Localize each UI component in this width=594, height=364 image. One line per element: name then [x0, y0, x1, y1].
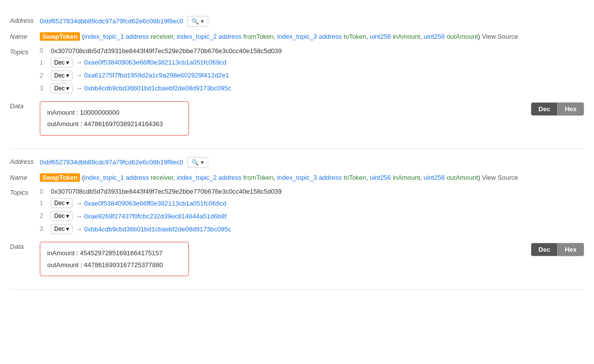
out-amount-line: outAmount : 447861699316772537​7880	[47, 259, 181, 271]
topic-2-dec-select[interactable]: Dec▾	[51, 211, 73, 221]
topics-label: Topics	[10, 188, 40, 196]
view-source-link[interactable]: View Source	[482, 33, 518, 40]
in-amount-label: inAmount :	[47, 249, 80, 257]
log-entry: Address0xbf6527834dbb89cdc97a79fcd62e6c0…	[10, 8, 584, 149]
search-icon: 🔍	[191, 18, 199, 25]
dec-label: Dec	[54, 225, 65, 232]
topic-3-row: 3Dec▾→ 0xbb4cdb9cbd36b01bd1cbaebf2de08d9…	[40, 224, 584, 234]
view-source-link[interactable]: View Source	[482, 174, 518, 181]
chevron-down-icon: ▾	[66, 200, 69, 207]
dec-hex-toggle: DecHex	[531, 243, 584, 256]
data-values-wrap: inAmount : 45452972851691664175157outAmo…	[40, 242, 523, 276]
name-row: NameSwapToken (index_topic_1 address rec…	[10, 32, 584, 42]
address-link[interactable]: 0xbf6527834dbb89cdc97a79fcd62e6c08b19f8e…	[40, 17, 183, 25]
topic-0-row: 00x3070708cdb5d7d3931be8443f49f7ec529e2b…	[40, 47, 584, 55]
topics-row: Topics00x3070708cdb5d7d3931be8443f49f7ec…	[10, 188, 584, 237]
dec-button[interactable]: Dec	[531, 102, 558, 116]
topic-0-index: 0	[40, 188, 51, 195]
topic-1-index: 1	[40, 59, 51, 66]
topic-1-dec-select[interactable]: Dec▾	[51, 58, 73, 68]
topic-1-row: 1Dec▾→ 0xae0f538409063e66ff0e382113cb1a0…	[40, 198, 584, 208]
dec-label: Dec	[54, 72, 65, 79]
function-params: (index_topic_1 address receiver, index_t…	[80, 33, 482, 40]
out-amount-label: outAmount :	[47, 120, 84, 128]
topic-3-value[interactable]: 0xbb4cdb9cbd36b01bd1cbaebf2de08d9173bc09…	[84, 84, 231, 92]
topics-content: 00x3070708cdb5d7d3931be8443f49f7ec529e2b…	[40, 47, 584, 96]
name-label: Name	[10, 32, 40, 40]
in-amount-line: inAmount : 10000000000	[47, 107, 181, 118]
out-amount-value: 447861697038921416​4363	[84, 120, 163, 128]
dec-label: Dec	[54, 213, 65, 219]
in-amount-value: 45452972851691664175157	[80, 249, 163, 257]
dec-button[interactable]: Dec	[531, 243, 558, 256]
topic-2-value[interactable]: 0xa61275f7fbd1959d2a1c9a298e602929f412d2…	[84, 72, 229, 79]
chevron-down-icon: ▾	[66, 213, 69, 219]
arrow-icon: →	[76, 72, 82, 79]
address-content: 0xbf6527834dbb89cdc97a79fcd62e6c08b19f8e…	[40, 157, 584, 168]
name-content: SwapToken (index_topic_1 address receive…	[40, 32, 584, 42]
topics-label: Topics	[10, 47, 40, 56]
address-link[interactable]: 0xbf6527834dbb89cdc97a79fcd62e6c08b19f8e…	[40, 158, 183, 166]
data-values-wrap: inAmount : 10000000000outAmount : 447861…	[40, 101, 523, 136]
topic-0-value: 0x3070708cdb5d7d3931be8443f49f7ec529e2bb…	[51, 47, 282, 55]
out-amount-value: 447861699316772537​7880	[84, 261, 163, 269]
topics-row: Topics00x3070708cdb5d7d3931be8443f49f7ec…	[10, 47, 584, 96]
address-label: Address	[10, 16, 40, 24]
arrow-icon: →	[76, 59, 82, 66]
address-label: Address	[10, 157, 40, 165]
search-button[interactable]: 🔍▾	[187, 157, 208, 168]
dec-label: Dec	[54, 200, 65, 207]
chevron-down-icon: ▾	[66, 59, 69, 66]
topic-0-value: 0x3070708cdb5d7d3931be8443f49f7ec529e2bb…	[51, 188, 282, 195]
topic-1-row: 1Dec▾→ 0xae0f538409063e66ff0e382113cb1a0…	[40, 58, 584, 68]
data-row: DatainAmount : 45452972851691664175157ou…	[10, 242, 584, 276]
topic-0-index: 0	[40, 47, 51, 54]
topic-0-row: 00x3070708cdb5d7d3931be8443f49f7ec529e2b…	[40, 188, 584, 195]
out-amount-label: outAmount :	[47, 261, 84, 269]
topic-1-dec-select[interactable]: Dec▾	[51, 198, 73, 208]
dec-label: Dec	[54, 85, 65, 92]
chevron-down-icon: ▾	[66, 72, 69, 79]
name-row: NameSwapToken (index_topic_1 address rec…	[10, 173, 584, 183]
topic-3-value[interactable]: 0xbb4cdb9cbd36b01bd1cbaebf2de08d9173bc09…	[84, 225, 231, 233]
topic-3-index: 3	[40, 85, 51, 92]
topic-3-dec-select[interactable]: Dec▾	[51, 83, 73, 93]
name-label: Name	[10, 173, 40, 181]
chevron-down-icon: ▾	[201, 18, 204, 25]
address-content: 0xbf6527834dbb89cdc97a79fcd62e6c08b19f8e…	[40, 16, 584, 27]
topic-1-value[interactable]: 0xae0f538409063e66ff0e382113cb1a051fc069…	[84, 59, 226, 66]
hex-button[interactable]: Hex	[558, 243, 584, 256]
topic-1-index: 1	[40, 200, 51, 207]
topic-2-row: 2Dec▾→ 0xa61275f7fbd1959d2a1c9a298e60292…	[40, 71, 584, 80]
chevron-down-icon: ▾	[66, 225, 69, 232]
arrow-icon: →	[76, 225, 82, 233]
hex-button[interactable]: Hex	[558, 102, 584, 116]
data-row: DatainAmount : 10000000000outAmount : 44…	[10, 101, 584, 136]
name-content: SwapToken (index_topic_1 address receive…	[40, 173, 584, 183]
in-amount-label: inAmount :	[47, 109, 80, 116]
swap-token-badge: SwapToken	[40, 173, 80, 182]
topic-3-dec-select[interactable]: Dec▾	[51, 224, 73, 234]
dec-hex-toggle: DecHex	[531, 102, 584, 116]
out-amount-line: outAmount : 447861697038921416​4363	[47, 118, 181, 130]
data-content: inAmount : 10000000000outAmount : 447861…	[40, 101, 584, 136]
topic-2-dec-select[interactable]: Dec▾	[51, 71, 73, 80]
data-label: Data	[10, 101, 40, 110]
swap-token-badge: SwapToken	[40, 32, 80, 41]
data-box: inAmount : 10000000000outAmount : 447861…	[40, 101, 189, 136]
log-entry: Address0xbf6527834dbb89cdc97a79fcd62e6c0…	[10, 149, 584, 290]
dec-label: Dec	[54, 59, 65, 66]
chevron-down-icon: ▾	[201, 159, 204, 166]
topic-2-index: 2	[40, 72, 51, 79]
address-row: Address0xbf6527834dbb89cdc97a79fcd62e6c0…	[10, 157, 584, 168]
search-button[interactable]: 🔍▾	[187, 16, 208, 27]
topic-1-value[interactable]: 0xae0f538409063e66ff0e382113cb1a051fc069…	[84, 200, 226, 207]
search-icon: 🔍	[191, 159, 199, 166]
data-label: Data	[10, 242, 40, 250]
topics-content: 00x3070708cdb5d7d3931be8443f49f7ec529e2b…	[40, 188, 584, 237]
topic-2-value[interactable]: 0xae9269f27437f0fcbc232d39ec814844a51d6b…	[84, 213, 226, 220]
in-amount-line: inAmount : 45452972851691664175157	[47, 247, 181, 259]
topic-3-row: 3Dec▾→ 0xbb4cdb9cbd36b01bd1cbaebf2de08d9…	[40, 83, 584, 93]
address-row: Address0xbf6527834dbb89cdc97a79fcd62e6c0…	[10, 16, 584, 27]
chevron-down-icon: ▾	[66, 85, 69, 92]
